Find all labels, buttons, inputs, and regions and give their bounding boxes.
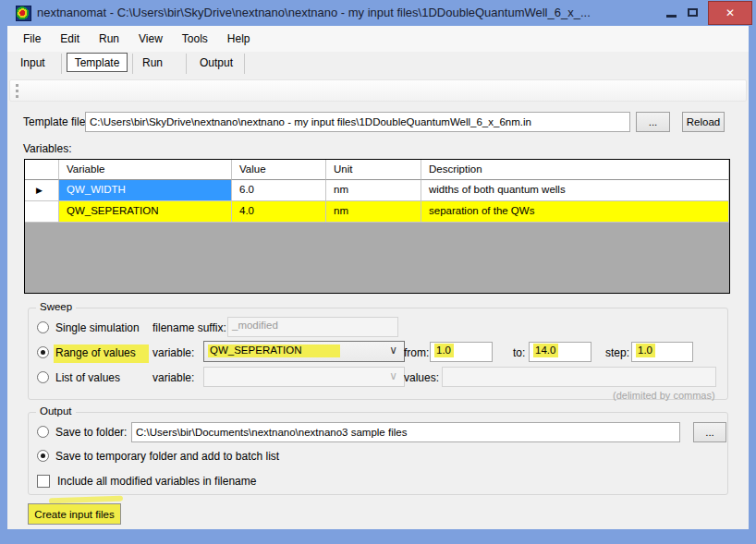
title-bar[interactable]: nextnanomat - C:\Users\bir\SkyDrive\next… (0, 0, 756, 26)
from-label: from: (404, 346, 429, 359)
tab-template[interactable]: Template (67, 53, 128, 72)
minimize-icon (666, 15, 677, 18)
menu-edit[interactable]: Edit (60, 32, 79, 45)
template-file-label: Template file: (23, 115, 89, 128)
column-header-selector[interactable] (25, 160, 59, 180)
tab-separator (244, 54, 245, 74)
save-to-temp-radio[interactable] (37, 450, 49, 462)
tab-input[interactable]: Input (20, 56, 45, 69)
range-variable-label: variable: (152, 346, 194, 359)
variables-label: Variables: (23, 142, 71, 155)
close-icon: ✕ (726, 6, 735, 19)
column-header-unit[interactable]: Unit (326, 160, 421, 180)
from-input[interactable]: 1.0 (430, 342, 493, 362)
save-to-folder-label: Save to folder: (55, 426, 127, 439)
maximize-icon (688, 8, 698, 17)
list-of-values-label: List of values (55, 371, 120, 384)
close-button[interactable]: ✕ (708, 1, 752, 25)
variables-table: Variable Value Unit Description ▶ QW_WID… (24, 159, 730, 294)
menu-run[interactable]: Run (99, 32, 119, 45)
step-value: 1.0 (636, 344, 655, 357)
single-simulation-label: Single simulation (55, 321, 140, 334)
range-variable-combobox[interactable]: QW_SEPERATION ∨ (203, 341, 405, 362)
step-label: step: (605, 346, 629, 359)
menu-file[interactable]: File (23, 32, 41, 45)
toolbar (9, 79, 747, 102)
list-variable-label: variable: (152, 371, 194, 384)
filename-suffix-label: filename suffix: (152, 321, 226, 334)
values-hint: (delimited by commas) (613, 390, 715, 401)
maximize-button[interactable] (680, 0, 704, 25)
step-input[interactable]: 1.0 (631, 342, 693, 362)
tab-separator (61, 54, 62, 74)
filename-suffix-input[interactable]: _modified (227, 317, 398, 337)
menu-tools[interactable]: Tools (182, 32, 208, 45)
client-area: File Edit Run View Tools Help Input Temp… (7, 26, 749, 529)
chevron-down-icon: ∨ (389, 344, 397, 357)
values-input[interactable] (442, 367, 716, 387)
column-header-value[interactable]: Value (232, 160, 326, 180)
cell-variable[interactable]: QW_WIDTH (59, 180, 232, 201)
to-input[interactable]: 14.0 (529, 342, 591, 362)
toolbar-grip[interactable] (16, 84, 18, 98)
range-of-values-label: Range of values (54, 345, 149, 363)
menu-help[interactable]: Help (227, 32, 250, 45)
row-pointer-icon: ▶ (36, 186, 43, 195)
app-window: nextnanomat - C:\Users\bir\SkyDrive\next… (0, 0, 756, 544)
tab-strip: Input Template Run Output (7, 52, 749, 79)
column-header-description[interactable]: Description (421, 160, 729, 180)
save-to-folder-radio[interactable] (37, 426, 49, 438)
tab-run[interactable]: Run (142, 56, 163, 69)
window-title: nextnanomat - C:\Users\bir\SkyDrive\next… (37, 6, 591, 19)
app-icon (16, 6, 31, 21)
browse-folder-button[interactable]: ... (693, 422, 726, 442)
tab-separator (186, 54, 187, 74)
chevron-down-icon: ∨ (389, 369, 397, 382)
tab-output[interactable]: Output (200, 56, 233, 69)
row-selector[interactable]: ▶ (25, 180, 59, 201)
cell-description[interactable]: separation of the QWs (421, 201, 729, 223)
row-selector[interactable] (25, 201, 59, 223)
cell-variable[interactable]: QW_SEPERATION (59, 201, 232, 223)
browse-template-button[interactable]: ... (636, 112, 670, 132)
cell-description[interactable]: widths of both quantum wells (421, 180, 729, 201)
cell-unit[interactable]: nm (326, 201, 421, 223)
include-variables-checkbox[interactable] (37, 475, 50, 488)
output-folder-input[interactable] (131, 422, 680, 442)
include-variables-label: Include all modified variables in filena… (57, 475, 256, 488)
list-of-values-radio[interactable] (37, 371, 49, 383)
column-header-variable[interactable]: Variable (59, 160, 232, 180)
values-label: values: (404, 371, 439, 384)
to-label: to: (513, 346, 525, 359)
sweep-groupbox-label: Sweep (36, 301, 76, 312)
cell-value[interactable]: 4.0 (232, 201, 326, 223)
to-value: 14.0 (533, 344, 558, 357)
output-groupbox-label: Output (36, 405, 76, 417)
single-simulation-radio[interactable] (37, 321, 49, 333)
tab-separator (132, 54, 133, 74)
range-of-values-radio[interactable] (37, 346, 49, 358)
reload-button[interactable]: Reload (682, 112, 725, 132)
range-variable-value: QW_SEPERATION (208, 345, 340, 357)
menu-bar: File Edit Run View Tools Help (7, 26, 749, 52)
from-value: 1.0 (434, 344, 454, 357)
create-input-files-button[interactable]: Create input files (28, 503, 121, 525)
cell-unit[interactable]: nm (326, 180, 421, 201)
save-to-temp-label: Save to temporary folder and add to batc… (55, 450, 279, 463)
menu-view[interactable]: View (139, 32, 163, 45)
cell-value[interactable]: 6.0 (232, 180, 326, 201)
list-variable-combobox[interactable]: ∨ (203, 367, 405, 387)
template-file-input[interactable] (85, 112, 630, 132)
